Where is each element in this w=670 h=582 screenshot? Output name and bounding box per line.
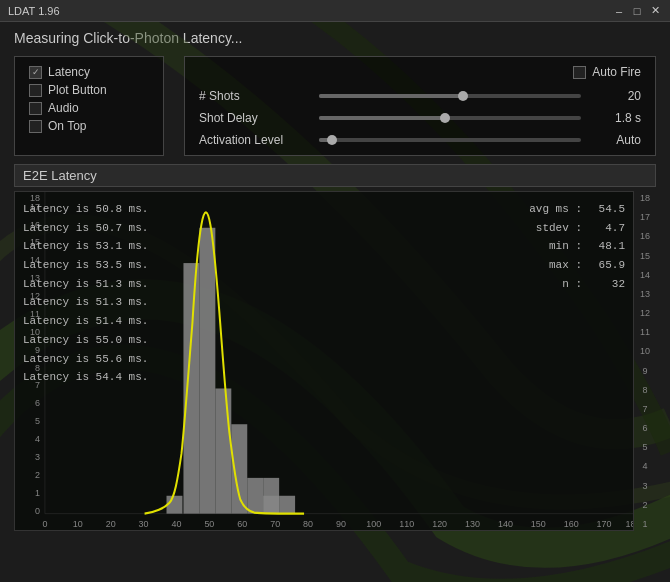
minimize-button[interactable]: –: [612, 4, 626, 18]
svg-text:2: 2: [35, 468, 40, 479]
audio-checkbox[interactable]: [29, 102, 42, 115]
svg-rect-7: [247, 478, 263, 514]
measurement-item: Latency is 55.0 ms.: [23, 331, 148, 350]
measurement-item: Latency is 51.4 ms.: [23, 312, 148, 331]
close-button[interactable]: ✕: [648, 4, 662, 18]
y-axis-right: 181716151413121110987654321: [634, 191, 656, 531]
shots-thumb[interactable]: [458, 91, 468, 101]
y-axis-label: 17: [640, 212, 650, 222]
y-axis-label: 9: [642, 366, 647, 376]
svg-text:60: 60: [237, 517, 247, 528]
svg-rect-9: [263, 478, 279, 514]
stat-label: n :: [562, 275, 582, 294]
measurement-item: Latency is 53.1 ms.: [23, 237, 148, 256]
y-axis-label: 3: [642, 481, 647, 491]
y-axis-label: 4: [642, 461, 647, 471]
stat-row: avg ms :54.5: [529, 200, 625, 219]
svg-rect-10: [279, 496, 295, 514]
header: Measuring Click-to-Photon Latency...: [0, 22, 670, 52]
measurement-item: Latency is 55.6 ms.: [23, 350, 148, 369]
checkbox-audio[interactable]: Audio: [29, 101, 149, 115]
shot-delay-label: Shot Delay: [199, 111, 309, 125]
shots-fill: [319, 94, 463, 98]
stats-panel: avg ms :54.5stdev :4.7min :48.1max :65.9…: [529, 200, 625, 293]
measurement-item: Latency is 51.3 ms.: [23, 293, 148, 312]
checkbox-on-top[interactable]: On Top: [29, 119, 149, 133]
shot-delay-thumb[interactable]: [440, 113, 450, 123]
svg-text:110: 110: [399, 517, 414, 528]
stat-label: avg ms :: [529, 200, 582, 219]
svg-text:6: 6: [35, 397, 40, 408]
svg-text:150: 150: [531, 517, 546, 528]
y-axis-label: 8: [642, 385, 647, 395]
audio-label: Audio: [48, 101, 79, 115]
activation-track[interactable]: [319, 138, 581, 142]
chart-area: Latency is 50.8 ms.Latency is 50.7 ms.La…: [14, 191, 656, 531]
top-panel: Latency Plot Button Audio On Top Auto Fi…: [0, 52, 670, 164]
svg-text:0: 0: [42, 517, 47, 528]
stat-row: max :65.9: [529, 256, 625, 275]
sliders-panel: Auto Fire # Shots 20 Shot Delay 1.8 s: [184, 56, 656, 156]
svg-text:100: 100: [366, 517, 381, 528]
maximize-button[interactable]: □: [630, 4, 644, 18]
svg-text:80: 80: [303, 517, 313, 528]
stat-value: 48.1: [590, 237, 625, 256]
shot-delay-value: 1.8 s: [591, 111, 641, 125]
svg-text:3: 3: [35, 451, 40, 462]
svg-text:ms: ms: [332, 529, 345, 530]
svg-text:20: 20: [106, 517, 116, 528]
e2e-section: E2E Latency: [0, 164, 670, 191]
shot-delay-slider-row: Shot Delay 1.8 s: [199, 111, 641, 125]
plot-button-label: Plot Button: [48, 83, 107, 97]
svg-text:170: 170: [597, 517, 612, 528]
on-top-checkbox[interactable]: [29, 120, 42, 133]
window-controls: – □ ✕: [612, 4, 662, 18]
activation-slider-row: Activation Level Auto: [199, 133, 641, 147]
y-axis-label: 2: [642, 500, 647, 510]
shot-delay-track[interactable]: [319, 116, 581, 120]
activation-value: Auto: [591, 133, 641, 147]
y-axis-label: 10: [640, 346, 650, 356]
measurement-item: Latency is 51.3 ms.: [23, 275, 148, 294]
plot-button-checkbox[interactable]: [29, 84, 42, 97]
stat-row: stdev :4.7: [529, 219, 625, 238]
svg-text:70: 70: [270, 517, 280, 528]
checkbox-plot-button[interactable]: Plot Button: [29, 83, 149, 97]
main-window: Measuring Click-to-Photon Latency... Lat…: [0, 22, 670, 582]
shots-slider-row: # Shots 20: [199, 89, 641, 103]
y-axis-label: 14: [640, 270, 650, 280]
shots-value: 20: [591, 89, 641, 103]
y-axis-label: 18: [640, 193, 650, 203]
latency-checkbox[interactable]: [29, 66, 42, 79]
measurement-item: Latency is 50.7 ms.: [23, 219, 148, 238]
on-top-label: On Top: [48, 119, 86, 133]
svg-rect-5: [215, 388, 231, 513]
stat-label: min :: [549, 237, 582, 256]
y-axis-label: 12: [640, 308, 650, 318]
measurements-list: Latency is 50.8 ms.Latency is 50.7 ms.La…: [23, 200, 148, 387]
activation-thumb[interactable]: [327, 135, 337, 145]
stat-value: 32: [590, 275, 625, 294]
e2e-title: E2E Latency: [14, 164, 656, 187]
svg-rect-4: [199, 228, 215, 514]
y-axis-label: 16: [640, 231, 650, 241]
svg-text:120: 120: [432, 517, 447, 528]
checkbox-latency[interactable]: Latency: [29, 65, 149, 79]
auto-fire-label: Auto Fire: [592, 65, 641, 79]
svg-text:140: 140: [498, 517, 513, 528]
shots-label: # Shots: [199, 89, 309, 103]
app-title: LDAT 1.96: [8, 5, 60, 17]
auto-fire-checkbox[interactable]: [573, 66, 586, 79]
measurement-item: Latency is 53.5 ms.: [23, 256, 148, 275]
stat-row: min :48.1: [529, 237, 625, 256]
measurement-item: Latency is 54.4 ms.: [23, 368, 148, 387]
svg-text:4: 4: [35, 433, 40, 444]
latency-label: Latency: [48, 65, 90, 79]
stat-label: max :: [549, 256, 582, 275]
svg-text:130: 130: [465, 517, 480, 528]
shot-delay-fill: [319, 116, 445, 120]
measurement-item: Latency is 50.8 ms.: [23, 200, 148, 219]
svg-text:160: 160: [564, 517, 579, 528]
stat-label: stdev :: [536, 219, 582, 238]
shots-track[interactable]: [319, 94, 581, 98]
